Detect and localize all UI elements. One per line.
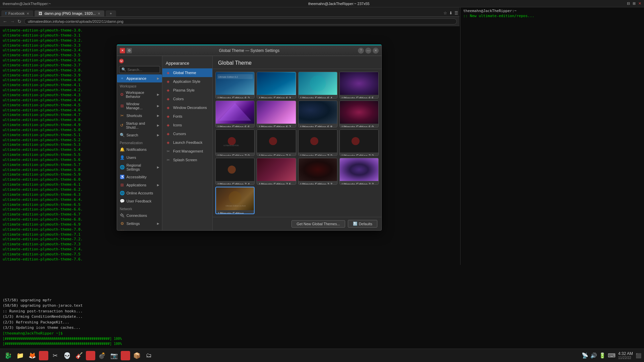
nav-refresh[interactable]: ↻ <box>17 19 21 24</box>
sidebar-item-window-manager[interactable]: ⊞ Window Manage... ▶ <box>117 100 162 112</box>
tray-icon-network[interactable]: 📡 <box>582 352 588 359</box>
theme-card-ue68[interactable]: Ultimate Edition 6.8 Contains Desktop la… <box>298 101 337 127</box>
taskbar-icon-dragon[interactable]: 🐉 <box>3 350 13 361</box>
tray-icon-kb[interactable]: ⌨ <box>608 352 615 359</box>
sidebar-item-user-feedback[interactable]: 💬 User Feedback <box>117 197 162 205</box>
get-new-themes-button[interactable]: Get New Global Themes... <box>291 220 345 228</box>
tab-close2[interactable]: ✕ <box>98 12 100 15</box>
theme-card-ue72[interactable]: Ultimate Edition 7.2 Contains Desktop la… <box>298 129 337 156</box>
appearance-item-application-style[interactable]: ◈ Application Style <box>162 77 212 86</box>
bookmark-icon[interactable]: ☆ <box>443 11 447 15</box>
theme-card-ue74[interactable]: Ultimate Edition 7.4 Contains Desktop la… <box>215 158 255 185</box>
taskbar-icon-red2[interactable] <box>86 351 95 360</box>
tab-image[interactable]: 🖼 damn.png (PNG Image, 1920... ✕ <box>35 10 104 16</box>
appearance-item-window-decorations[interactable]: ◈ Window Decorations <box>162 103 212 112</box>
theme-info-ue74: Ultimate Edition 7.4 Contains Desktop la… <box>216 181 254 185</box>
topbar-close[interactable]: ✕ <box>638 1 641 6</box>
appearance-label-window-dec: Window Decorations <box>173 106 207 110</box>
taskbar-icon-red1[interactable] <box>39 351 48 360</box>
window-close-button[interactable]: ✕ <box>120 48 125 53</box>
theme-card-arch[interactable]: Ultimate Edition on Arch Ultimate Editio… <box>215 187 255 214</box>
window-maximize-button[interactable]: ✕ <box>373 48 379 54</box>
sidebar-item-connections[interactable]: 🔌 Connections <box>117 212 162 220</box>
search-nav-icon: 🔍 <box>120 133 124 137</box>
sidebar-item-shortcuts[interactable]: ✂ Shortcuts ▶ <box>117 112 162 120</box>
theme-card-ue69[interactable]: Ultimate Edition 6.9 Contains Desktop la… <box>339 101 379 127</box>
sidebar-item-firewall[interactable]: 🛡 Firewall <box>117 228 162 230</box>
tab-facebook[interactable]: f Facebook ✕ <box>1 10 33 16</box>
sidebar-item-startup[interactable]: ↺ Startup and Shutd... ▶ <box>117 120 162 131</box>
taskbar-icon-skull[interactable]: 💀 <box>62 350 72 361</box>
taskbar-icon-scissors[interactable]: ✂ <box>50 350 60 361</box>
taskbar-icon-music[interactable]: 🎸 <box>74 350 85 361</box>
sidebar-item-appearance[interactable]: ✦ Appearance ▶ <box>117 74 162 82</box>
theme-card-ue66[interactable]: Ultimate Edition 6.6 Contains Desktop la… <box>215 101 255 127</box>
taskbar-icon-package[interactable]: 📦 <box>131 350 142 361</box>
sidebar-label-online-accounts: Online Accounts <box>126 191 153 195</box>
appearance-item-launch-feedback[interactable]: ◈ Launch Feedback <box>162 138 212 147</box>
sidebar-label-search: Search <box>126 133 138 137</box>
sidebar-item-applications[interactable]: ⊞ Applications ▶ <box>117 181 162 189</box>
download-icon[interactable]: ⬇ <box>449 11 452 15</box>
svg-text:Ultimate Edition on Arch: Ultimate Edition on Arch <box>225 205 246 207</box>
taskbar-icon-fox[interactable]: 🦊 <box>27 350 38 361</box>
launch-feedback-icon: ◈ <box>166 140 170 145</box>
sidebar-item-users[interactable]: 👤 Users <box>117 154 162 162</box>
sidebar-search-input[interactable] <box>127 68 158 72</box>
sidebar-item-accessibility[interactable]: ♿ Accessibility <box>117 173 162 181</box>
theme-card-ue65[interactable]: Ultimate Edition 6.5 Contains Desktop la… <box>339 72 379 99</box>
theme-card-ue77b[interactable]: Ultimate Edition 7.7 Contains Desktop la… <box>339 158 379 185</box>
sidebar-item-workspace-behavior[interactable]: ⚙ Workspace Behavior ▶ <box>117 89 162 100</box>
window-help-button[interactable]: ? <box>358 48 364 54</box>
appearance-item-cursors[interactable]: ◈ Cursors <box>162 129 212 138</box>
theme-card-ue73[interactable]: Ultimate Edition 7.3 Contains Desktop la… <box>339 129 379 156</box>
terminal-line: ultimate-edition-plymouth-theme-3.2. <box>3 38 457 43</box>
url-input[interactable]: ultimateedition.info/wp-content/uploads/… <box>24 18 457 24</box>
taskbar-icon-camera[interactable]: 📷 <box>109 350 119 361</box>
sidebar-item-net-settings[interactable]: ⚙ Settings ▶ <box>117 220 162 228</box>
taskbar-icon-bomb[interactable]: 💣 <box>97 350 107 361</box>
appearance-item-plasma-style[interactable]: ◈ Plasma Style <box>162 86 212 95</box>
theme-card-ue77a[interactable]: Ultimate Edition 7.7 Contains Desktop la… <box>298 158 337 185</box>
appearance-item-global-theme[interactable]: ◈ Global Theme <box>162 68 212 77</box>
sidebar-item-regional[interactable]: 🌐 Regional Settings ▶ <box>117 162 162 173</box>
appearance-item-splash-screen[interactable]: ✂ Splash Screen <box>162 156 212 164</box>
sidebar-search-box[interactable]: 🔍 <box>119 66 160 73</box>
theme-card-ue64[interactable]: Ultimate Edition 6.4 Contains Desktop la… <box>298 72 337 99</box>
nav-forward[interactable]: → <box>10 19 15 24</box>
defaults-button[interactable]: 🔙 Defaults <box>348 220 377 228</box>
icons-icon: ◈ <box>166 123 170 127</box>
appearance-item-fonts[interactable]: ◈ Fonts <box>162 112 212 121</box>
menu-icon[interactable]: ☰ <box>454 11 458 15</box>
taskbar-icon-files[interactable]: 📁 <box>15 350 25 361</box>
window-settings-button[interactable]: ⚙ <box>126 48 132 53</box>
theme-card-ue63[interactable]: Ultimate Edition 6.3 Contains Desktop la… <box>257 72 296 99</box>
appearance-item-colors[interactable]: ◈ Colors <box>162 95 212 103</box>
tray-icon-battery[interactable]: 🔋 <box>599 352 606 359</box>
tab-new[interactable]: + <box>106 10 116 16</box>
theme-name-ue77a: Ultimate Edition 7.7 <box>301 182 335 185</box>
theme-card-ue71[interactable]: Ultimate Edition 7.1 Contains Desktop la… <box>257 129 296 156</box>
tab-close[interactable]: ✕ <box>26 12 29 15</box>
window-minimize-button[interactable]: — <box>365 48 371 54</box>
taskbar-show-desktop[interactable]: ⬛ <box>636 353 641 358</box>
theme-thumbnail-ue67 <box>257 101 296 124</box>
tray-icon-sound[interactable]: 🔊 <box>590 352 597 359</box>
taskbar-icon-red3[interactable] <box>121 351 130 360</box>
theme-card-ue62[interactable]: Ultimate Edition 6.2 Ultimate Edition 6.… <box>215 72 255 99</box>
svg-marker-6 <box>219 103 251 121</box>
startup-icon: ↺ <box>120 123 124 128</box>
theme-card-ue67[interactable]: Ultimate Edition 6.7 Contains Desktop la… <box>257 101 296 127</box>
appearance-item-font-management[interactable]: ✂ Font Management <box>162 147 212 156</box>
nav-back[interactable]: ← <box>3 19 7 24</box>
sidebar-item-search[interactable]: 🔍 Search ▶ <box>117 131 162 139</box>
colors-icon: ◈ <box>166 97 170 101</box>
theme-name-ue63: Ultimate Edition 6.3 <box>259 96 293 99</box>
sidebar-item-online-accounts[interactable]: 🌐 Online Accounts <box>117 189 162 197</box>
appearance-item-icons[interactable]: ◈ Icons <box>162 121 212 129</box>
theme-thumbnail-ue77b <box>340 158 378 181</box>
theme-card-ue70[interactable]: ULTIMATE EDITION Ultimate Edition 7.0 Co… <box>215 129 255 156</box>
taskbar-icon-folder[interactable]: 🗂 <box>144 350 154 361</box>
sidebar-item-notifications[interactable]: 🔔 Notifications <box>117 145 162 154</box>
theme-card-ue75[interactable]: Ultimate Edition 7.5 Contains Desktop la… <box>257 158 296 185</box>
